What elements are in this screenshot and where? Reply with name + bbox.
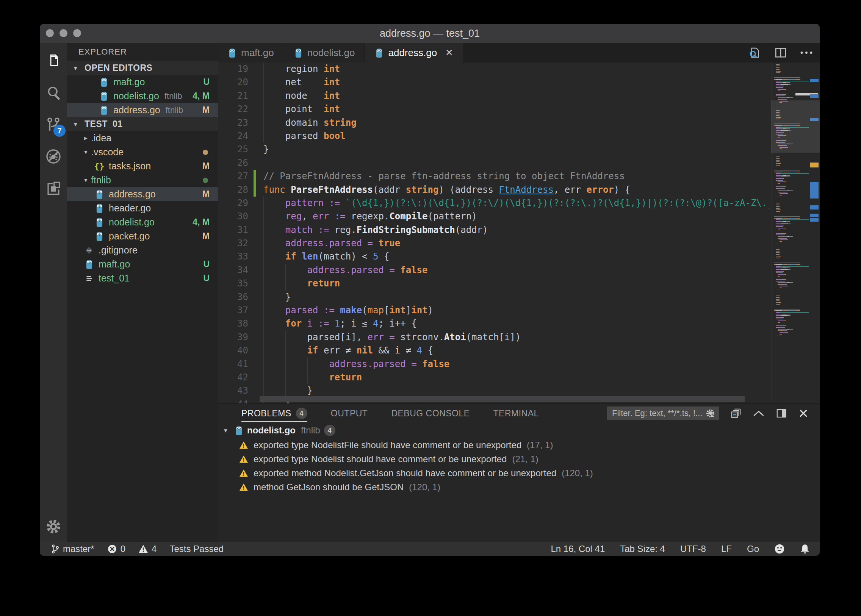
filter-icon[interactable] (705, 409, 715, 418)
tree-item-tasks.json[interactable]: {} tasks.json M (67, 159, 218, 173)
close-window-button[interactable] (46, 29, 54, 37)
status-item-4[interactable]: 4 (139, 544, 156, 554)
code-line-26[interactable]: 26 (218, 156, 770, 170)
code-line-35[interactable]: 35 return (218, 277, 770, 290)
code-line-19[interactable]: 19 region int (218, 63, 770, 76)
code-line-21[interactable]: 21 node int (218, 90, 770, 103)
problems-filter-input[interactable]: Filter. Eg: text, **/*.ts, !... (607, 407, 719, 420)
status-item-tab-size-4[interactable]: Tab Size: 4 (620, 544, 665, 554)
status-item-0[interactable]: 0 (107, 544, 126, 554)
tree-item-.gitignore[interactable]: .gitignore (67, 243, 218, 257)
git-status-badge: U (203, 259, 209, 269)
activity-extensions[interactable] (44, 179, 63, 197)
problem-row[interactable]: exported type Nodelist should have comme… (218, 452, 820, 466)
code-line-43[interactable]: 43 } (218, 384, 770, 398)
tree-item-ftnlib[interactable]: ▾ ftnlib (67, 173, 218, 187)
code-line-23[interactable]: 23 domain string (218, 116, 770, 130)
tree-item-nodelist.go[interactable]: nodelist.go 4, M (67, 215, 218, 229)
code-line-41[interactable]: 41 address.parsed = false (218, 358, 770, 371)
code-line-34[interactable]: 34 address.parsed = false (218, 264, 770, 277)
bottom-panel: PROBLEMS 4 OUTPUT DEBUG CONSOLE TERMINAL… (218, 404, 820, 542)
code-line-28[interactable]: 28 func ParseFtnAddress(addr string) (ad… (218, 183, 770, 196)
problems-file-group[interactable]: ▾ nodelist.go ftnlib 4 (218, 423, 820, 438)
code-line-38[interactable]: 38 for i := 1; i ≤ 4; i++ { (218, 317, 770, 330)
code-line-27[interactable]: 27 // ParseFtnAddress - parse ftn-addres… (218, 170, 770, 183)
gutter (253, 237, 256, 250)
git-status-badge: U (203, 77, 209, 87)
tab-nodelist.go[interactable]: nodelist.go (284, 43, 365, 63)
status-item-feedback-smiley-icon[interactable] (774, 544, 785, 554)
tab-maft.go[interactable]: maft.go (218, 43, 284, 63)
code-line-31[interactable]: 31 match := reg.FindStringSubmatch(addr) (218, 223, 770, 237)
tree-item-header.go[interactable]: header.go (67, 201, 218, 215)
gutter (253, 304, 256, 317)
go-file-icon (99, 91, 109, 101)
sidebar-title: EXPLORER (67, 43, 218, 61)
panel-tab-terminal[interactable]: TERMINAL (493, 404, 539, 423)
status-item-tests-passed[interactable]: Tests Passed (169, 544, 224, 554)
panel-tab-output[interactable]: OUTPUT (331, 404, 368, 423)
split-editor-icon[interactable] (774, 46, 787, 59)
activity-files[interactable] (44, 52, 63, 70)
code-line-22[interactable]: 22 point int (218, 103, 770, 116)
status-item-ln-16-col-41[interactable]: Ln 16, Col 41 (551, 544, 605, 554)
open-editors-header[interactable]: ▾ OPEN EDITORS (67, 61, 218, 75)
code-line-30[interactable]: 30 reg, err := regexp.Compile(pattern) (218, 210, 770, 223)
close-panel-icon[interactable] (798, 409, 808, 418)
zoom-window-button[interactable] (73, 29, 81, 37)
title-bar[interactable]: address.go — test_01 (40, 24, 820, 43)
status-item-go[interactable]: Go (747, 544, 759, 554)
status-item-bell-icon[interactable] (800, 544, 810, 554)
change-gutter-marker (253, 183, 256, 196)
overview-marker (810, 205, 819, 209)
code-line-33[interactable]: 33 if len(match) < 5 { (218, 250, 770, 263)
code-line-39[interactable]: 39 parsed[i], err = strconv.Atoi(match[i… (218, 331, 770, 344)
status-item-lf[interactable]: LF (721, 544, 732, 554)
minimize-window-button[interactable] (60, 29, 68, 37)
activity-debug[interactable] (44, 148, 63, 165)
code-line-25[interactable]: 25 } (218, 143, 770, 156)
maximize-panel-icon[interactable] (753, 410, 764, 417)
status-item-master-[interactable]: master* (51, 544, 94, 554)
tree-item-test_01[interactable]: test_01 U (67, 271, 218, 285)
tab-address.go[interactable]: address.go ✕ (365, 43, 463, 63)
feedback-smiley-icon (774, 544, 785, 554)
activity-source-control[interactable]: 7 (44, 116, 63, 134)
status-item-utf-8[interactable]: UTF-8 (680, 544, 706, 554)
tree-item-.idea[interactable]: ▸ .idea (67, 131, 218, 145)
code-line-36[interactable]: 36 } (218, 291, 770, 304)
panel-tab-problems[interactable]: PROBLEMS 4 (241, 404, 307, 423)
horizontal-scrollbar[interactable] (260, 396, 745, 402)
problem-row[interactable]: exported method Nodelist.GetJson should … (218, 466, 820, 480)
tree-item-address.go[interactable]: address.go M (67, 187, 218, 201)
more-actions-icon[interactable] (800, 50, 813, 55)
code-line-37[interactable]: 37 parsed := make(map[int]int) (218, 304, 770, 317)
close-tab-icon[interactable]: ✕ (445, 47, 453, 58)
code-line-40[interactable]: 40 if err ≠ nil && i ≠ 4 { (218, 344, 770, 357)
code-editor[interactable]: 19 region int 20 net int 21 node int 22 … (218, 63, 820, 404)
open-preview-icon[interactable] (748, 46, 761, 60)
problems-count-badge: 4 (296, 408, 307, 419)
code-line-42[interactable]: 42 return (218, 371, 770, 384)
settings-gear-button[interactable] (45, 518, 62, 535)
problem-row[interactable]: exported type NodelistFile should have c… (218, 438, 820, 452)
open-editor-address.go[interactable]: address.go ftnlib M (67, 103, 218, 117)
code-line-32[interactable]: 32 address.parsed = true (218, 237, 770, 250)
minimap-viewport[interactable] (771, 101, 820, 153)
code-line-29[interactable]: 29 pattern := `(\d{1,})(?:\:)(\d{1,})(?:… (218, 196, 770, 210)
tree-item-.vscode[interactable]: ▾ .vscode (67, 145, 218, 159)
tree-item-packet.go[interactable]: packet.go M (67, 229, 218, 243)
panel-tab-debug-console[interactable]: DEBUG CONSOLE (391, 404, 469, 423)
code-line-20[interactable]: 20 net int (218, 76, 770, 89)
tree-item-maft.go[interactable]: maft.go U (67, 257, 218, 271)
tree-root-header[interactable]: ▾ TEST_01 (67, 117, 218, 131)
gutter (253, 398, 256, 404)
open-editor-maft.go[interactable]: maft.go U (67, 75, 218, 89)
open-editor-nodelist.go[interactable]: nodelist.go ftnlib 4, M (67, 89, 218, 103)
activity-search[interactable] (44, 84, 63, 102)
code-line-24[interactable]: 24 parsed bool (218, 130, 770, 143)
panel-layout-icon[interactable] (776, 408, 787, 419)
collapse-all-icon[interactable] (730, 408, 741, 419)
window-title: address.go — test_01 (40, 24, 820, 43)
problem-row[interactable]: method GetJson should be GetJSON (120, 1… (218, 480, 820, 494)
